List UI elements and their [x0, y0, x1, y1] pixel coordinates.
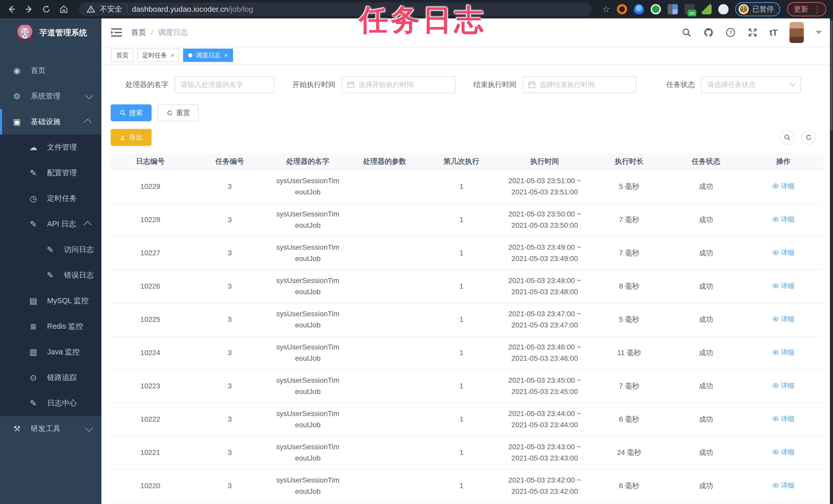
back-icon[interactable] [7, 4, 16, 14]
cell-log-id: 10222 [111, 403, 190, 436]
detail-link[interactable]: 详细 [772, 180, 794, 192]
extension-ring-icon[interactable] [617, 4, 627, 14]
toggle-search-button[interactable] [780, 130, 794, 145]
detail-link[interactable]: 详细 [772, 280, 794, 292]
detail-link-label: 详细 [781, 213, 794, 225]
cell-exec-index: 1 [423, 469, 500, 502]
detail-link[interactable]: 详细 [772, 313, 794, 325]
cell-handler: sysUserSessionTimeoutJob [269, 236, 346, 270]
top-navbar: 首页 / 调度日志 ? tT [101, 19, 833, 47]
forward-icon[interactable] [24, 4, 34, 14]
cell-exec-time: 2021-05-03 23:50:00 ~2021-05-03 23:50:00 [500, 203, 590, 236]
home-icon[interactable] [59, 4, 69, 14]
app-logo-row[interactable]: 芋道管理系统 [0, 19, 101, 47]
start-time-input[interactable] [341, 76, 456, 93]
extension-pin-icon[interactable] [634, 4, 644, 14]
sidebar-item-链路追踪[interactable]: ⊙ 链路追踪 [0, 365, 101, 390]
page-scrollbar[interactable] [830, 19, 833, 504]
detail-link[interactable]: 详细 [772, 480, 794, 491]
detail-link[interactable]: 详细 [772, 347, 794, 358]
detail-link[interactable]: 详细 [772, 380, 794, 391]
cell-handler: sysUserSessionTimeoutJob [269, 436, 346, 469]
cell-duration: 6 毫秒 [590, 403, 669, 436]
cell-param [346, 403, 423, 436]
security-label[interactable]: 不安全 [100, 4, 122, 14]
refresh-table-button[interactable] [801, 130, 816, 145]
sidebar-item-系统管理[interactable]: ⚙ 系统管理 [0, 83, 101, 109]
calendar-icon [347, 81, 355, 89]
sidebar-item-label: 基础设施 [31, 117, 77, 127]
cell-param [346, 236, 423, 270]
detail-link-label: 详细 [781, 347, 794, 358]
sidebar-item-MySQL 监控[interactable]: ▤ MySQL 监控 [0, 288, 101, 314]
tags-view-item-调度日志[interactable]: 调度日志 × [183, 49, 233, 62]
sidebar-item-Java 监控[interactable]: ▥ Java 监控 [0, 339, 101, 365]
help-icon[interactable]: ? [725, 27, 736, 37]
tags-view-item-首页[interactable]: 首页 × [111, 49, 134, 62]
fullscreen-icon[interactable] [747, 27, 758, 37]
sidebar-item-Redis 监控[interactable]: ≣ Redis 监控 [0, 314, 101, 339]
reset-button[interactable]: 重置 [158, 104, 199, 121]
sidebar-item-日志中心[interactable]: ✎ 日志中心 [0, 390, 101, 416]
log-icon: ✎ [28, 398, 39, 408]
extension-grid-icon[interactable] [668, 4, 678, 14]
sidebar-item-label: 错误日志 [64, 270, 94, 280]
cell-exec-index: 1 [423, 303, 500, 336]
address-bar[interactable]: 不安全 dashboard.yudao.iocoder.cn/job/log [79, 2, 592, 16]
font-size-icon[interactable]: tT [769, 28, 778, 37]
browser-update-button[interactable]: 更新 ⋮ [787, 2, 826, 16]
time-line1: 2021-05-03 23:49:00 ~ [500, 242, 590, 253]
detail-link[interactable]: 详细 [772, 213, 794, 225]
handler-name-input[interactable] [175, 76, 275, 93]
cell-duration: 5 毫秒 [590, 303, 669, 336]
sidebar-item-定时任务[interactable]: ◷ 定时任务 [0, 186, 101, 211]
sidebar: 芋道管理系统 ◉ 首页 ⚙ 系统管理 ▣ 基础设施 ☁ 文件管理 ✎ 配置管理 … [0, 19, 101, 504]
svg-text:?: ? [729, 29, 732, 36]
user-avatar[interactable] [789, 22, 804, 43]
close-icon[interactable]: × [170, 52, 174, 58]
avatar-caret-icon[interactable] [815, 31, 822, 34]
search-button[interactable]: 搜索 [111, 104, 151, 121]
app-logo [17, 25, 33, 41]
sidebar-item-基础设施[interactable]: ▣ 基础设施 [0, 109, 101, 134]
extension-paw-icon[interactable] [718, 4, 729, 14]
sidebar-item-文件管理[interactable]: ☁ 文件管理 [0, 134, 101, 160]
cell-exec-time: 2021-05-03 23:47:00 ~2021-05-03 23:47:00 [500, 303, 590, 336]
search-icon [119, 109, 126, 116]
detail-link[interactable]: 详细 [772, 447, 794, 458]
detail-link[interactable]: 详细 [772, 247, 794, 258]
cell-exec-time: 2021-05-03 23:46:00 ~2021-05-03 23:46:00 [500, 336, 590, 370]
extension-on-badge-icon[interactable] [685, 4, 695, 14]
github-icon[interactable] [704, 27, 714, 37]
cell-job-id: 3 [190, 370, 269, 403]
detail-link[interactable]: 详细 [772, 413, 794, 424]
browser-profile-chip[interactable]: 已暂停 [735, 2, 780, 16]
tags-view-item-定时任务[interactable]: 定时任务 × [137, 49, 180, 62]
breadcrumb-home[interactable]: 首页 [131, 27, 146, 37]
sidebar-item-访问日志[interactable]: ✎ 访问日志 [0, 237, 101, 262]
sidebar-item-研发工具[interactable]: ⚒ 研发工具 [0, 416, 101, 442]
status-select[interactable] [701, 76, 801, 93]
extension-green-icon[interactable] [651, 4, 661, 14]
sidebar-item-配置管理[interactable]: ✎ 配置管理 [0, 160, 101, 186]
eye-icon [772, 249, 779, 256]
cell-duration: 11 毫秒 [590, 336, 669, 370]
chevron-down-icon [85, 92, 93, 100]
sidebar-item-首页[interactable]: ◉ 首页 [0, 58, 101, 83]
database-icon: ▤ [28, 296, 39, 306]
sidebar-item-API 日志[interactable]: ✎ API 日志 [0, 211, 101, 237]
bookmark-star-icon[interactable]: ☆ [602, 4, 610, 15]
export-button[interactable]: 导出 [111, 129, 151, 146]
scrollbar-thumb[interactable] [830, 21, 832, 130]
reload-icon[interactable] [42, 4, 51, 14]
cell-status: 成功 [669, 370, 743, 403]
end-time-input[interactable] [523, 76, 637, 93]
hamburger-icon[interactable] [111, 28, 122, 37]
kebab-menu-icon[interactable]: ⋮ [813, 5, 822, 14]
search-icon[interactable] [682, 27, 692, 37]
close-icon[interactable]: × [224, 52, 228, 58]
extension-leaf-icon[interactable] [701, 4, 712, 14]
sidebar-item-错误日志[interactable]: ✎ 错误日志 [0, 262, 101, 288]
cell-status: 成功 [669, 303, 743, 336]
url-text[interactable]: dashboard.yudao.iocoder.cn/job/log [132, 5, 253, 14]
